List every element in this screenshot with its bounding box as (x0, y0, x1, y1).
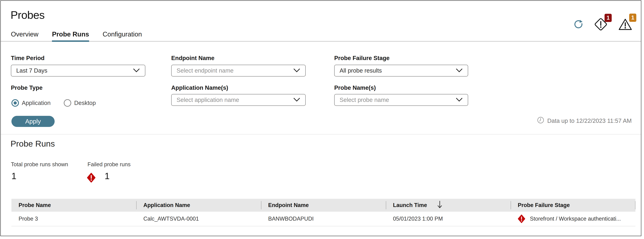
warning-alert-count-badge: 1 (629, 14, 636, 22)
radio-desktop[interactable] (64, 99, 71, 107)
total-probe-runs-label: Total probe runs shown (11, 161, 68, 168)
table-row: Probe 3 Calc_AWTSVDA-0001 BANWBODAPUDI 0… (12, 212, 636, 226)
column-header-probe-failure-stage[interactable]: Probe Failure Stage (511, 199, 636, 212)
endpoint-name-label: Endpoint Name (171, 55, 214, 62)
time-period-value: Last 7 Days (16, 67, 130, 74)
time-period-select[interactable]: Last 7 Days (11, 65, 145, 77)
sort-descending-icon (437, 200, 442, 210)
probe-runs-table: Probe Name Application Name Endpoint Nam… (12, 199, 636, 226)
application-names-select[interactable]: Select application name (171, 94, 306, 106)
tab-bar: Overview Probe Runs Configuration (1, 29, 641, 42)
table-header-row: Probe Name Application Name Endpoint Nam… (12, 199, 636, 212)
time-period-label: Time Period (11, 55, 44, 62)
cell-launch-time: 05/01/2023 1:00 PM (386, 215, 511, 222)
apply-button[interactable]: Apply (12, 116, 55, 127)
column-header-endpoint-name[interactable]: Endpoint Name (261, 199, 386, 212)
total-probe-runs-value: 1 (12, 171, 16, 181)
critical-alert-count-badge: 1 (604, 14, 612, 22)
tab-probe-runs[interactable]: Probe Runs (52, 31, 89, 41)
cell-probe-failure-stage: Storefront / Workspace authenticati... (511, 214, 636, 223)
cell-endpoint-name: BANWBODAPUDI (261, 215, 386, 222)
cell-application-name: Calc_AWTSVDA-0001 (136, 215, 261, 222)
failed-probe-runs-value: 1 (105, 171, 110, 181)
tab-configuration[interactable]: Configuration (103, 31, 142, 41)
probes-page: Probes 1 (0, 0, 641, 236)
application-names-placeholder: Select application name (176, 97, 290, 103)
chevron-down-icon (133, 68, 140, 73)
failure-stage-text: Storefront / Workspace authenticati... (530, 215, 636, 222)
section-title: Probe Runs (10, 139, 55, 149)
clock-icon (537, 116, 544, 125)
chevron-down-icon (293, 68, 300, 73)
endpoint-name-placeholder: Select endpoint name (176, 67, 290, 74)
chevron-down-icon (293, 97, 300, 102)
chevron-down-icon (456, 68, 463, 73)
radio-application-label[interactable]: Application (22, 100, 50, 106)
radio-desktop-label[interactable]: Desktop (74, 100, 96, 106)
probe-failure-stage-label: Probe Failure Stage (334, 55, 390, 62)
section-divider (1, 134, 641, 135)
cell-probe-name: Probe 3 (12, 215, 136, 222)
failed-diamond-icon (87, 173, 96, 183)
endpoint-name-select[interactable]: Select endpoint name (171, 65, 306, 77)
failed-diamond-icon (518, 214, 525, 223)
chevron-down-icon (456, 97, 463, 102)
column-header-application-name[interactable]: Application Name (136, 199, 261, 212)
data-freshness-text: Data up to 12/22/2023 11:57 AM (547, 117, 632, 124)
page-title: Probes (10, 9, 44, 21)
tab-overview[interactable]: Overview (11, 31, 38, 41)
probe-failure-stage-select[interactable]: All probe results (334, 65, 468, 77)
application-names-label: Application Name(s) (171, 84, 228, 91)
data-freshness: Data up to 12/22/2023 11:57 AM (537, 117, 632, 125)
probe-names-select[interactable]: Select probe name (334, 94, 468, 106)
probe-names-placeholder: Select probe name (340, 97, 453, 103)
column-header-launch-time[interactable]: Launch Time (386, 199, 511, 212)
refresh-button[interactable] (574, 19, 584, 30)
probe-type-label: Probe Type (11, 84, 42, 91)
radio-application[interactable] (12, 99, 19, 107)
failed-probe-runs-label: Failed probe runs (88, 161, 130, 168)
probe-type-radio-group: Application Desktop (12, 99, 96, 107)
probe-names-label: Probe Name(s) (334, 84, 376, 91)
column-header-probe-name[interactable]: Probe Name (12, 199, 136, 212)
probe-failure-stage-value: All probe results (340, 67, 453, 74)
